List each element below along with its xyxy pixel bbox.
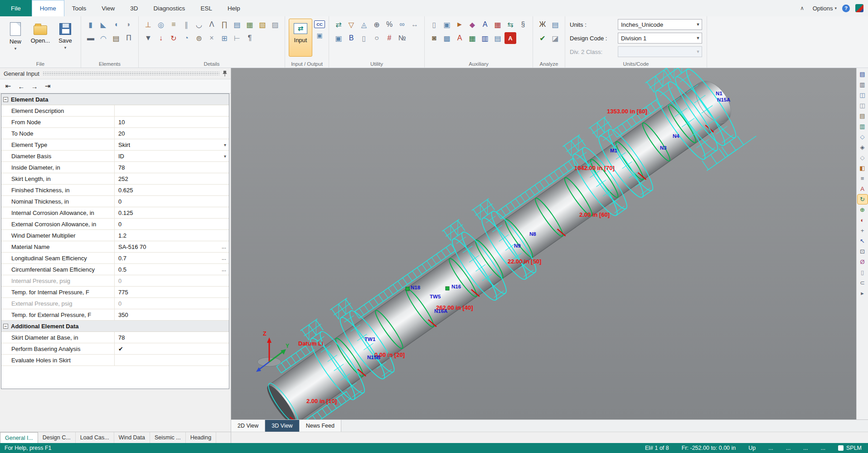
edit-output-button[interactable]: ▣ [314, 31, 325, 40]
select-window-icon[interactable]: ⊡ [858, 247, 868, 256]
calendar-button[interactable]: ▦ [492, 19, 504, 30]
detail-stub-button[interactable]: ⊢ [231, 32, 243, 44]
circle-button[interactable]: ○ [371, 32, 383, 44]
property-value[interactable]: 775 [115, 287, 229, 297]
fill-color-button[interactable]: ◆ [466, 19, 478, 30]
property-value[interactable]: SA-516 70... [115, 241, 229, 252]
property-value[interactable]: 0 [115, 196, 229, 207]
property-value[interactable]: 0 [115, 219, 229, 229]
results-window-icon[interactable]: ◫ [858, 101, 868, 110]
menu-tab-home[interactable]: Home [32, 0, 64, 16]
menu-tab-help[interactable]: Help [220, 0, 248, 16]
menu-tab-file[interactable]: File [0, 0, 32, 16]
unit-converter-button[interactable]: ⇄ [333, 19, 344, 30]
property-value[interactable]: 20 [115, 128, 229, 139]
percent-button[interactable]: % [383, 19, 395, 30]
error-check-button[interactable]: Ж [537, 19, 548, 30]
new-button[interactable]: New ▾ [4, 19, 27, 56]
menu-tab-esl[interactable]: ESL [193, 0, 220, 16]
element-skirt-button[interactable]: Π [123, 32, 135, 44]
pin-icon[interactable] [223, 70, 227, 77]
section-cut-icon[interactable]: ⊂ [858, 278, 868, 287]
property-value[interactable]: 0.625 [115, 185, 229, 195]
detail-lug-button[interactable]: ∏ [218, 19, 230, 30]
notes-button[interactable]: № [396, 32, 408, 44]
menu-tab-diagnostics[interactable]: Diagnostics [146, 0, 193, 16]
menu-tab-view[interactable]: View [94, 0, 122, 16]
detail-halfpipe-jacket-button[interactable]: ◔ [180, 32, 192, 44]
cc-button[interactable]: CC [314, 20, 325, 28]
previous-element-button[interactable]: ← [15, 81, 27, 92]
property-value[interactable]: 78 [115, 332, 229, 343]
edit-bold-button[interactable]: B [345, 32, 357, 44]
property-value[interactable]: 0.125 [115, 207, 229, 218]
clip-plane-icon[interactable]: ▯ [858, 268, 868, 277]
image-button[interactable]: ▩ [441, 32, 453, 44]
detail-force-button[interactable]: ↓ [155, 32, 167, 44]
filter-button[interactable]: ▽ [345, 19, 357, 30]
open-button[interactable]: Open... [29, 19, 52, 56]
property-value[interactable]: ✔ [115, 343, 229, 354]
diameter-icon[interactable]: Ø [858, 257, 868, 267]
link-button[interactable]: ∞ [396, 19, 408, 30]
first-element-button[interactable]: ⇤ [2, 81, 14, 92]
column-button[interactable]: ▯ [358, 32, 370, 44]
property-value[interactable]: Skirt▾ [115, 139, 229, 150]
property-value[interactable]: 252 [115, 173, 229, 184]
units-select[interactable]: Inches_Unicode ▼ [618, 19, 702, 30]
section-header[interactable]: −Element Data [1, 94, 229, 105]
element-hemispherical-head-button[interactable]: ◠ [97, 32, 109, 44]
options-button[interactable]: Options ▾ [813, 5, 837, 12]
ellipsis-button[interactable]: ... [222, 266, 226, 273]
detail-legs-button[interactable]: Λ [206, 19, 218, 30]
half-section-icon[interactable]: ◧ [858, 163, 868, 173]
3d-model-canvas[interactable] [231, 68, 856, 419]
element-cylinder-button[interactable]: ▮ [85, 19, 97, 30]
run-check-button[interactable]: ✔ [537, 32, 548, 44]
collapse-ribbon-icon[interactable]: ∧ [797, 4, 807, 13]
grid-number-button[interactable]: # [383, 32, 395, 44]
view-tab-3d-view[interactable]: 3D View [265, 420, 299, 432]
ellipsis-button[interactable]: ... [222, 255, 226, 261]
analysis-report-button[interactable]: ▤ [549, 19, 561, 30]
guide-book-icon[interactable]: ▥ [858, 122, 868, 131]
detail-clip-button[interactable]: ⊞ [218, 32, 230, 44]
property-value[interactable]: 1.2 [115, 230, 229, 241]
detail-stiffening-ring-button[interactable]: ◎ [155, 19, 167, 30]
menu-tab-tools[interactable]: Tools [64, 0, 94, 16]
swap-button[interactable]: ⇆ [504, 19, 516, 30]
property-value[interactable]: 350 [115, 309, 229, 320]
property-value[interactable]: 0 [115, 275, 229, 286]
model-viewport[interactable]: 1353.00 in [80]1042.00 in [70]2.00 in [6… [231, 68, 856, 419]
property-value[interactable] [115, 105, 229, 116]
cone-check-button[interactable]: ◬ [358, 19, 370, 30]
detail-platform-button[interactable]: ≡ [168, 19, 179, 30]
attach-button[interactable]: § [517, 19, 529, 30]
detail-nozzle-button[interactable]: ⊥ [142, 19, 154, 30]
help-icon[interactable]: ? [842, 5, 850, 12]
detail-weight-button[interactable]: ▼ [142, 32, 154, 44]
next-element-button[interactable]: → [29, 81, 40, 92]
pdf-export-button[interactable]: A [504, 32, 516, 44]
report-book-icon[interactable]: ▤ [858, 111, 868, 121]
detail-misc-button[interactable]: ¶ [244, 32, 256, 44]
input-tab-wind-data[interactable]: Wind Data [114, 432, 150, 443]
find-button[interactable]: ⊕ [371, 19, 383, 30]
measure-button[interactable]: ↔ [409, 19, 421, 30]
collapse-section-icon[interactable]: − [3, 324, 8, 329]
property-value[interactable] [115, 355, 229, 365]
report-export-button[interactable]: ▥ [479, 32, 491, 44]
element-cone-button[interactable]: ◣ [97, 19, 109, 30]
detail-weld-button[interactable]: × [206, 32, 218, 44]
pan-view-icon[interactable]: + [858, 226, 868, 235]
shaded-view-icon[interactable]: ◈ [858, 142, 868, 152]
detail-list-icon[interactable]: ≡ [858, 174, 868, 183]
detail-moment-button[interactable]: ↻ [168, 32, 179, 44]
input-tab-general-i-[interactable]: General I... [0, 432, 38, 443]
design-code-select[interactable]: Division 1 ▼ [618, 33, 702, 44]
clipboard-button[interactable]: ▯ [428, 19, 440, 30]
database-button[interactable]: ▤ [492, 32, 504, 44]
detail-tray-button[interactable]: ▤ [231, 19, 243, 30]
table-export-button[interactable]: ▦ [466, 32, 478, 44]
property-value[interactable]: ID▾ [115, 151, 229, 161]
